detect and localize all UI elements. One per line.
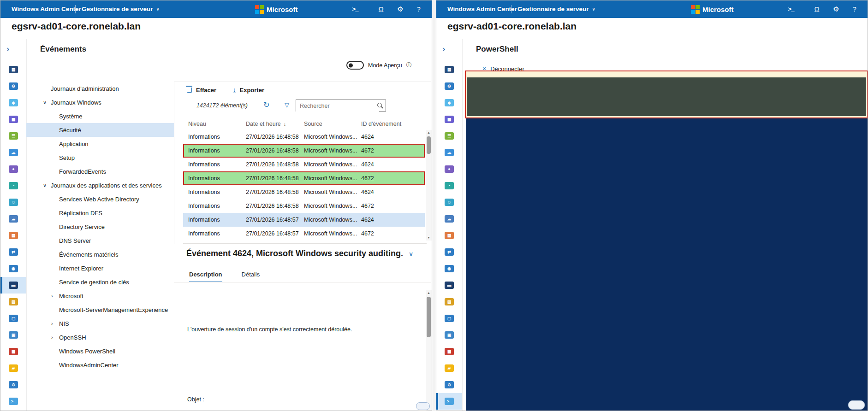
tree-item[interactable]: › Microsoft (26, 289, 174, 303)
list-icon[interactable]: ☰ (436, 128, 462, 144)
powershell-menu-icon[interactable]: >_ (785, 0, 797, 18)
tree-item[interactable]: Réplication DFS (26, 206, 174, 220)
files-icon[interactable]: ▰ (0, 360, 26, 376)
column-header-datetime[interactable]: Date et heure↓ (246, 118, 286, 130)
network-icon[interactable]: ⇄ (0, 244, 26, 260)
help-icon[interactable]: ? (849, 0, 861, 18)
table-row[interactable]: Informations 27/01/2026 16:48:58 Microso… (183, 158, 425, 171)
tree-item[interactable]: Windows PowerShell (26, 344, 174, 358)
performance-icon[interactable]: ▦ (0, 111, 26, 128)
tree-item[interactable]: Événements matériels (26, 247, 174, 261)
tree-item[interactable]: Services Web Active Directory (26, 192, 174, 206)
help-icon[interactable]: ? (413, 0, 425, 18)
tree-item[interactable]: Sécurité (26, 123, 174, 137)
tree-item[interactable]: DNS Server (26, 234, 174, 247)
devices-icon[interactable]: ● (436, 161, 462, 177)
settings-icon[interactable]: ⚙ (394, 0, 406, 18)
tab-description[interactable]: Description (189, 271, 222, 282)
corner-scroll-pill[interactable] (416, 402, 430, 410)
cpu-icon[interactable]: ◉ (0, 260, 26, 277)
virtual-machines-icon[interactable]: ▣ (0, 327, 26, 343)
table-row[interactable]: Informations 27/01/2026 16:48:57 Microso… (183, 227, 425, 241)
tree-item[interactable]: Journaux d'administration (26, 82, 174, 95)
performance-icon[interactable]: ▦ (436, 111, 462, 128)
tree-item[interactable]: Service de gestion de clés (26, 275, 174, 289)
gear-icon[interactable]: ⚙ (436, 78, 462, 94)
powershell-terminal[interactable] (466, 76, 868, 411)
filter-icon[interactable]: ▽ (285, 101, 289, 108)
network-icon[interactable]: ⇄ (436, 244, 462, 260)
corner-scroll-pill[interactable] (848, 400, 865, 410)
expand-sidebar-icon[interactable]: › (442, 44, 445, 54)
app-title[interactable]: Windows Admin Center (12, 0, 81, 18)
table-row[interactable]: Informations 27/01/2026 16:48:58 Microso… (183, 185, 425, 199)
search-input[interactable] (296, 100, 379, 112)
azure-hybrid-icon[interactable]: ◆ (436, 94, 462, 111)
azure-hybrid-icon[interactable]: ◆ (0, 94, 26, 111)
powershell-tool-icon[interactable]: >_ (436, 393, 462, 410)
cloud-search-icon[interactable]: ☁ (0, 211, 26, 227)
registry-icon[interactable]: ⊙ (0, 376, 26, 393)
tab-details[interactable]: Détails (242, 271, 260, 282)
overview-icon[interactable]: ▤ (0, 61, 26, 78)
cpu-icon[interactable]: ◉ (436, 260, 462, 277)
scrollbar-thumb[interactable] (427, 297, 431, 337)
column-header-source[interactable]: Source (304, 118, 322, 130)
app-title[interactable]: Windows Admin Center (447, 0, 517, 18)
devices-icon[interactable]: ● (0, 161, 26, 177)
tree-item[interactable]: Microsoft-ServerManagementExperience (26, 303, 174, 317)
firewall-icon[interactable]: ▦ (436, 343, 462, 360)
performance-monitor-icon[interactable]: ▧ (0, 294, 26, 310)
table-row[interactable]: Informations 27/01/2026 16:48:58 Microso… (183, 130, 425, 144)
list-icon[interactable]: ☰ (0, 128, 26, 144)
cloud-network-icon[interactable]: ☁ (436, 144, 462, 161)
cloud-network-icon[interactable]: ☁ (0, 144, 26, 161)
expand-sidebar-icon[interactable]: › (6, 44, 9, 54)
table-row[interactable]: Informations 27/01/2026 16:48:58 Microso… (183, 144, 425, 158)
events-icon[interactable]: ▬ (0, 277, 26, 294)
scheduled-tasks-icon[interactable]: ◔ (436, 177, 462, 194)
table-row[interactable]: Informations 27/01/2026 16:48:58 Microso… (183, 171, 425, 185)
gear-icon[interactable]: ⚙ (0, 78, 26, 94)
certificates-icon[interactable]: ▤ (0, 227, 26, 244)
tree-item[interactable]: › OpenSSH (26, 330, 174, 344)
tree-item[interactable]: WindowsAdminCenter (26, 358, 174, 372)
column-header-event-id[interactable]: ID d'événement (361, 118, 401, 130)
sessions-icon[interactable]: ☺ (436, 194, 462, 211)
export-button[interactable]: ↓ Exporter (233, 82, 264, 98)
tree-item[interactable]: Internet Explorer (26, 261, 174, 275)
powershell-menu-icon[interactable]: >_ (349, 0, 361, 18)
remote-desktop-icon[interactable]: ▢ (0, 310, 26, 327)
tree-item[interactable]: ∨ Journaux des applications et des servi… (26, 178, 174, 192)
column-header-level[interactable]: Niveau (188, 118, 206, 130)
solution-menu[interactable]: Gestionnaire de serveur ∨ (82, 0, 160, 18)
tree-item[interactable]: › NIS (26, 317, 174, 330)
tree-item[interactable]: Système (26, 109, 174, 123)
certificates-icon[interactable]: ▤ (436, 227, 462, 244)
search-icon[interactable] (377, 103, 382, 107)
firewall-icon[interactable]: ▦ (0, 343, 26, 360)
tree-item[interactable]: Directory Service (26, 220, 174, 234)
description-scrollbar[interactable]: ▲ (426, 290, 432, 411)
cloud-search-icon[interactable]: ☁ (436, 211, 462, 227)
solution-menu[interactable]: Gestionnaire de serveur ∨ (517, 0, 595, 18)
notifications-icon[interactable]: Ω (375, 0, 387, 18)
table-row[interactable]: Informations 27/01/2026 16:48:57 Microso… (183, 213, 425, 227)
events-icon[interactable]: ▬ (436, 277, 462, 294)
settings-icon[interactable]: ⚙ (830, 0, 842, 18)
info-icon[interactable]: ⓘ (406, 61, 412, 69)
remote-desktop-icon[interactable]: ▢ (436, 310, 462, 327)
refresh-icon[interactable]: ↻ (263, 100, 269, 109)
registry-icon[interactable]: ⊙ (436, 376, 462, 393)
scheduled-tasks-icon[interactable]: ◔ (0, 177, 26, 194)
virtual-machines-icon[interactable]: ▣ (436, 327, 462, 343)
tree-item[interactable]: Application (26, 137, 174, 151)
files-icon[interactable]: ▰ (436, 360, 462, 376)
preview-toggle[interactable] (346, 61, 364, 70)
event-detail-title[interactable]: Événement 4624, Microsoft Windows securi… (186, 249, 413, 258)
tree-item[interactable]: ∨ Journaux Windows (26, 95, 174, 109)
scroll-up-icon[interactable]: ▲ (426, 130, 432, 135)
tree-item[interactable]: ForwardedEvents (26, 164, 174, 178)
notifications-icon[interactable]: Ω (811, 0, 823, 18)
sessions-icon[interactable]: ☺ (0, 194, 26, 211)
